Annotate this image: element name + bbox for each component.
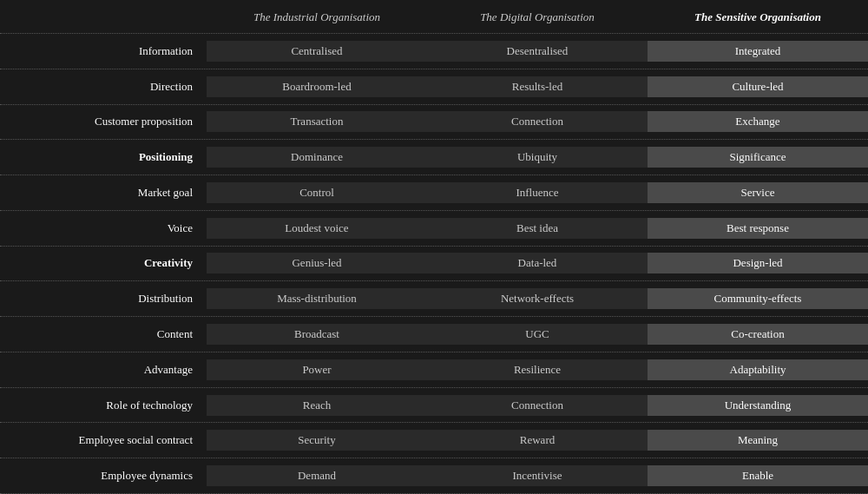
cell-digital: Reward (427, 430, 648, 451)
row-label: Positioning (0, 147, 207, 168)
cell-sensitive: Integrated (648, 41, 868, 62)
cell-digital: Connection (427, 395, 648, 416)
cell-industrial: Broadcast (207, 324, 427, 345)
row-label: Distribution (0, 288, 207, 309)
row-label: Role of technology (0, 395, 207, 416)
table-body: InformationCentralisedDesentralisedInteg… (0, 33, 868, 494)
header-industrial: The Industrial Organisation (207, 7, 427, 28)
cell-industrial: Demand (207, 465, 427, 486)
table-row: DirectionBoardroom-ledResults-ledCulture… (0, 69, 868, 104)
cell-industrial: Dominance (207, 147, 427, 168)
row-label: Employee dynamics (0, 465, 207, 486)
cell-sensitive: Significance (648, 147, 868, 168)
cell-digital: Data-led (427, 253, 648, 273)
table-row: Role of technologyReachConnectionUnderst… (0, 387, 868, 423)
row-label: Direction (0, 76, 207, 97)
cell-industrial: Transaction (207, 111, 427, 132)
cell-digital: Influence (427, 182, 648, 203)
cell-digital: Network-effects (427, 288, 648, 309)
cell-sensitive: Enable (648, 465, 868, 486)
row-label: Voice (0, 218, 207, 239)
header-digital: The Digital Organisation (427, 7, 648, 28)
table-row: AdvantagePowerResilienceAdaptability (0, 352, 868, 387)
row-label: Content (0, 324, 207, 345)
row-label: Employee social contract (0, 430, 207, 451)
cell-digital: Results-led (427, 76, 648, 97)
table-row: PositioningDominanceUbiquitySignificance (0, 139, 868, 175)
table-row: Employee social contractSecurityRewardMe… (0, 422, 868, 458)
cell-industrial: Genius-led (207, 253, 427, 273)
table-row: Customer propositionTransactionConnectio… (0, 104, 868, 140)
main-table: The Industrial Organisation The Digital … (0, 0, 868, 494)
row-label: Customer proposition (0, 111, 207, 132)
table-row: DistributionMass-distributionNetwork-eff… (0, 280, 868, 316)
header-empty (0, 7, 207, 28)
header-sensitive: The Sensitive Organisation (648, 7, 868, 28)
cell-industrial: Power (207, 359, 427, 380)
cell-sensitive: Community-effects (648, 288, 868, 309)
table-row: ContentBroadcastUGCCo-creation (0, 316, 868, 352)
table-row: Market goalControlInfluenceService (0, 175, 868, 210)
row-label: Creativity (0, 253, 207, 273)
cell-industrial: Reach (207, 395, 427, 416)
cell-sensitive: Adaptability (648, 359, 868, 380)
row-label: Advantage (0, 359, 207, 380)
cell-digital: Desentralised (427, 41, 648, 62)
table-row: CreativityGenius-ledData-ledDesign-led (0, 246, 868, 281)
table-row: Employee dynamicsDemandIncentiviseEnable (0, 458, 868, 494)
cell-sensitive: Meaning (648, 430, 868, 451)
cell-digital: UGC (427, 324, 648, 345)
cell-sensitive: Best response (648, 218, 868, 239)
cell-industrial: Boardroom-led (207, 76, 427, 97)
cell-digital: Ubiquity (427, 147, 648, 168)
cell-digital: Incentivise (427, 465, 648, 486)
table-header: The Industrial Organisation The Digital … (0, 0, 868, 33)
cell-sensitive: Co-creation (648, 324, 868, 345)
cell-industrial: Control (207, 182, 427, 203)
cell-sensitive: Service (648, 182, 868, 203)
cell-digital: Resilience (427, 359, 648, 380)
cell-industrial: Security (207, 430, 427, 451)
cell-industrial: Loudest voice (207, 218, 427, 239)
table-row: VoiceLoudest voiceBest ideaBest response (0, 210, 868, 246)
cell-sensitive: Exchange (648, 111, 868, 132)
row-label: Market goal (0, 182, 207, 203)
cell-sensitive: Design-led (648, 253, 868, 273)
cell-industrial: Mass-distribution (207, 288, 427, 309)
cell-digital: Best idea (427, 218, 648, 239)
cell-sensitive: Understanding (648, 395, 868, 416)
cell-sensitive: Culture-led (648, 76, 868, 97)
cell-digital: Connection (427, 111, 648, 132)
row-label: Information (0, 41, 207, 62)
cell-industrial: Centralised (207, 41, 427, 62)
table-row: InformationCentralisedDesentralisedInteg… (0, 33, 868, 69)
